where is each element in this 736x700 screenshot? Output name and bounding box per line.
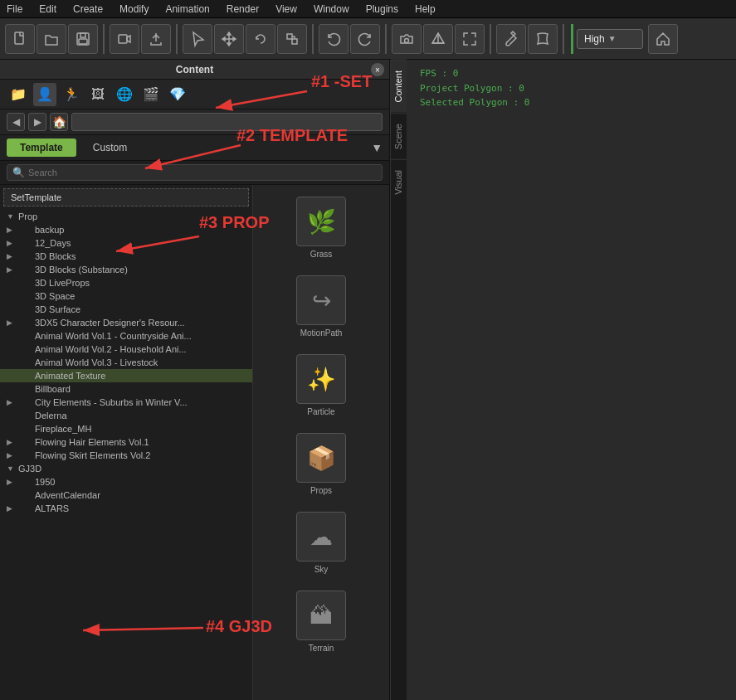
- menu-create[interactable]: Create: [70, 2, 106, 17]
- icon-item-grass[interactable]: 🌿 Grass: [284, 192, 358, 264]
- tree-item[interactable]: AdventCalendar: [0, 489, 252, 502]
- vtab-content[interactable]: Content: [391, 60, 407, 113]
- tree-item[interactable]: ▼GJ3D: [0, 462, 252, 475]
- tree-arrow: ▶: [7, 504, 15, 513]
- icon-item-sky[interactable]: ☁ Sky: [284, 507, 358, 579]
- tab-figure[interactable]: 🏃: [60, 83, 83, 106]
- export-button[interactable]: [141, 24, 171, 54]
- tree-arrow: ▶: [7, 451, 15, 459]
- home-button[interactable]: [648, 24, 678, 54]
- open-button[interactable]: [37, 24, 66, 54]
- tree-item[interactable]: ▶12_Days: [0, 236, 252, 250]
- content-tabs-row: 📁 👤 🏃 🖼 🌐 🎬 💎: [0, 80, 389, 109]
- tree-item[interactable]: ▶1950: [0, 475, 252, 489]
- tree-item-label: Animated Texture: [18, 371, 105, 381]
- redo-button[interactable]: [350, 24, 380, 54]
- icon-box: 🌿: [296, 197, 346, 246]
- tree-item[interactable]: ▼Prop: [0, 210, 252, 223]
- icon-item-props[interactable]: 📦 Props: [284, 428, 358, 500]
- menu-modify[interactable]: Modify: [116, 2, 152, 17]
- tree-arrow: ▼: [7, 464, 15, 473]
- tree-item[interactable]: ▶3DX5 Character Designer's Resour...: [0, 316, 252, 329]
- icon-item-motionpath[interactable]: ↪ MotionPath: [284, 270, 358, 343]
- fullscreen-button[interactable]: [455, 24, 485, 54]
- tree-item[interactable]: Animal World Vol.1 - Countryside Ani...: [0, 329, 252, 343]
- wireframe-button[interactable]: [423, 24, 453, 54]
- quality-label: High: [584, 33, 605, 45]
- nav-home-button[interactable]: 🏠: [50, 113, 68, 131]
- tree-item-label: Delerna: [18, 411, 67, 420]
- tree-item-label: 3D Blocks (Substance): [18, 265, 128, 275]
- camera-button[interactable]: [392, 24, 422, 54]
- vtab-scene[interactable]: Scene: [391, 113, 407, 159]
- tree-item[interactable]: Fireplace_MH: [0, 422, 252, 435]
- content-header: Content ×: [0, 60, 389, 80]
- tree-item[interactable]: 3D Space: [0, 289, 252, 303]
- menu-plugins[interactable]: Plugins: [363, 2, 402, 17]
- tree-item[interactable]: Animal World Vol.3 - Livestock: [0, 356, 252, 369]
- tree-arrow: ▶: [7, 252, 15, 260]
- tree-item[interactable]: Animated Texture: [0, 369, 252, 382]
- paint-button[interactable]: [496, 24, 526, 54]
- tree-arrow: ▶: [7, 478, 15, 486]
- tree-item[interactable]: Billboard: [0, 382, 252, 396]
- cloth-button[interactable]: [528, 24, 558, 54]
- tab-image[interactable]: 🖼: [86, 83, 110, 106]
- tab-film[interactable]: 🎬: [139, 83, 163, 106]
- menu-render[interactable]: Render: [223, 2, 262, 17]
- tree-item-label: Prop: [18, 211, 37, 221]
- new-button[interactable]: [5, 24, 35, 54]
- menu-file[interactable]: File: [3, 2, 26, 17]
- tree-item[interactable]: ▶Flowing Skirt Elements Vol.2: [0, 449, 252, 462]
- tab-folder[interactable]: 📁: [7, 83, 30, 106]
- tab-diamond[interactable]: 💎: [166, 83, 189, 106]
- tree-item[interactable]: 3D LiveProps: [0, 276, 252, 289]
- tree-root[interactable]: SetTemplate: [3, 188, 249, 207]
- tree-item[interactable]: 3D Surface: [0, 303, 252, 316]
- search-input[interactable]: [28, 168, 377, 177]
- tree-item[interactable]: ▶Flowing Hair Elements Vol.1: [0, 435, 252, 449]
- tree-arrow-empty: [7, 385, 15, 393]
- custom-tab[interactable]: Custom: [80, 139, 140, 157]
- rotate-button[interactable]: [246, 24, 275, 54]
- tree-items-container: ▼Prop▶backup▶12_Days▶3D Blocks▶3D Blocks…: [0, 210, 252, 515]
- tab-globe[interactable]: 🌐: [113, 83, 136, 106]
- tree-item[interactable]: Animal World Vol.2 - Household Ani...: [0, 343, 252, 356]
- menu-window[interactable]: Window: [310, 2, 353, 17]
- tree-item[interactable]: ▶backup: [0, 223, 252, 236]
- tree-arrow: ▶: [7, 226, 15, 234]
- template-tab[interactable]: Template: [7, 139, 76, 157]
- tree-item[interactable]: ▶ALTARS: [0, 502, 252, 515]
- record-button[interactable]: [110, 24, 139, 54]
- svg-rect-4: [119, 35, 127, 43]
- menu-edit[interactable]: Edit: [36, 2, 60, 17]
- tree-item-label: 3D Surface: [18, 304, 80, 314]
- menu-animation[interactable]: Animation: [162, 2, 212, 17]
- save-button[interactable]: [68, 24, 98, 54]
- tree-item[interactable]: ▶3D Blocks (Substance): [0, 263, 252, 276]
- icon-item-particle[interactable]: ✨ Particle: [284, 349, 358, 421]
- tree-item[interactable]: ▶City Elements - Suburbs in Winter V...: [0, 396, 252, 409]
- icon-item-terrain[interactable]: 🏔 Terrain: [284, 586, 358, 658]
- quality-dropdown[interactable]: High ▼: [577, 29, 643, 49]
- vtab-visual[interactable]: Visual: [391, 159, 407, 205]
- move-button[interactable]: [214, 24, 244, 54]
- tree-item[interactable]: ▶3D Blocks: [0, 250, 252, 263]
- menu-help[interactable]: Help: [412, 2, 439, 17]
- viewport-area: FPS : 0 Project Polygon : 0 Selected Pol…: [407, 60, 736, 700]
- undo-button[interactable]: [319, 24, 349, 54]
- tab-person[interactable]: 👤: [33, 83, 56, 106]
- nav-back-button[interactable]: ◀: [7, 113, 25, 131]
- svg-rect-5: [287, 34, 292, 39]
- tree-arrow-empty: [7, 279, 15, 287]
- tree-item-label: 3D Blocks: [18, 251, 76, 261]
- scale-button[interactable]: [277, 24, 307, 54]
- content-close-button[interactable]: ×: [371, 63, 384, 76]
- tree-arrow-empty: [7, 358, 15, 367]
- dropdown-arrow[interactable]: ▼: [371, 141, 383, 154]
- tree-item[interactable]: Delerna: [0, 409, 252, 422]
- select-button[interactable]: [183, 24, 212, 54]
- nav-forward-button[interactable]: ▶: [28, 113, 46, 131]
- menu-view[interactable]: View: [272, 2, 300, 17]
- content-panel: Content × 📁 👤 🏃 🖼 🌐 🎬 💎 ◀ ▶ 🏠 Template C…: [0, 60, 390, 700]
